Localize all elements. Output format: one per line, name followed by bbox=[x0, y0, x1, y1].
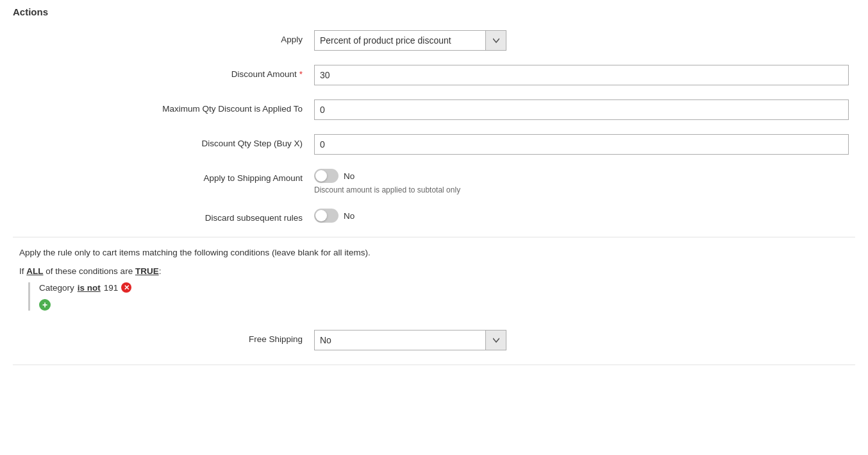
apply-to-shipping-label: Apply to Shipping Amount bbox=[19, 169, 314, 183]
discount-amount-field bbox=[314, 65, 849, 85]
discard-subsequent-field: No bbox=[314, 209, 849, 223]
max-qty-field bbox=[314, 99, 849, 120]
apply-select[interactable]: Percent of product price discount bbox=[314, 30, 506, 51]
max-qty-input[interactable] bbox=[314, 99, 849, 120]
all-label[interactable]: ALL bbox=[26, 266, 43, 276]
apply-to-shipping-toggle[interactable] bbox=[314, 169, 338, 183]
condition-category: Category bbox=[39, 283, 74, 293]
free-shipping-select[interactable]: No bbox=[314, 330, 506, 350]
discount-qty-step-label: Discount Qty Step (Buy X) bbox=[19, 134, 314, 148]
required-marker: * bbox=[299, 69, 303, 79]
true-label[interactable]: TRUE bbox=[135, 266, 159, 276]
toggle-knob-2 bbox=[315, 210, 327, 221]
bottom-divider bbox=[13, 365, 855, 365]
condition-value: 191 bbox=[104, 283, 119, 293]
apply-row: Apply Percent of product price discount bbox=[13, 30, 855, 51]
free-shipping-field: No bbox=[314, 330, 849, 350]
discard-subsequent-label: Discard subsequent rules bbox=[19, 209, 314, 223]
discount-amount-label: Discount Amount* bbox=[19, 65, 314, 79]
conditions-if-row: If ALL of these conditions are TRUE: bbox=[19, 266, 849, 276]
conditions-section: Apply the rule only to cart items matchi… bbox=[13, 248, 855, 311]
condition-block: Category is not 191 ✕ + bbox=[28, 282, 849, 311]
remove-condition-icon[interactable]: ✕ bbox=[121, 282, 131, 293]
free-shipping-row: Free Shipping No bbox=[13, 330, 855, 350]
discount-qty-step-field bbox=[314, 134, 849, 155]
toggle-knob bbox=[315, 170, 327, 182]
section-divider bbox=[13, 237, 855, 237]
discount-qty-step-input[interactable] bbox=[314, 134, 849, 155]
apply-to-shipping-field: No Discount amount is applied to subtota… bbox=[314, 169, 849, 194]
discard-subsequent-toggle[interactable] bbox=[314, 209, 338, 223]
add-condition-icon[interactable]: + bbox=[39, 299, 51, 311]
colon: : bbox=[159, 266, 162, 276]
condition-item: Category is not 191 ✕ bbox=[39, 282, 849, 293]
chevron-down-icon bbox=[493, 37, 499, 44]
discount-amount-input[interactable] bbox=[314, 65, 849, 85]
apply-to-shipping-hint: Discount amount is applied to subtotal o… bbox=[314, 185, 849, 194]
apply-to-shipping-toggle-row: No bbox=[314, 169, 849, 183]
add-condition-row: + bbox=[39, 299, 849, 311]
actions-section: Actions Apply Percent of product price d… bbox=[0, 0, 868, 378]
apply-select-value: Percent of product price discount bbox=[315, 35, 485, 46]
free-shipping-label: Free Shipping bbox=[19, 330, 314, 344]
discount-qty-step-row: Discount Qty Step (Buy X) bbox=[13, 134, 855, 155]
if-label: If bbox=[19, 266, 24, 276]
discard-subsequent-toggle-label: No bbox=[344, 211, 355, 221]
free-shipping-select-value: No bbox=[315, 335, 485, 345]
apply-label: Apply bbox=[19, 30, 314, 44]
conditions-statement: Apply the rule only to cart items matchi… bbox=[19, 248, 849, 257]
discard-subsequent-row: Discard subsequent rules No bbox=[13, 209, 855, 223]
of-these-label: of these conditions are bbox=[46, 266, 133, 276]
apply-to-shipping-row: Apply to Shipping Amount No Discount amo… bbox=[13, 169, 855, 194]
chevron-down-icon-2 bbox=[493, 337, 499, 343]
section-title: Actions bbox=[13, 6, 855, 17]
max-qty-row: Maximum Qty Discount is Applied To bbox=[13, 99, 855, 120]
apply-to-shipping-toggle-label: No bbox=[344, 171, 355, 181]
apply-dropdown-button[interactable] bbox=[485, 31, 506, 50]
discard-subsequent-toggle-row: No bbox=[314, 209, 849, 223]
free-shipping-dropdown-button[interactable] bbox=[485, 331, 506, 350]
discount-amount-row: Discount Amount* bbox=[13, 65, 855, 85]
condition-operator[interactable]: is not bbox=[78, 283, 101, 293]
apply-field: Percent of product price discount bbox=[314, 30, 849, 51]
max-qty-label: Maximum Qty Discount is Applied To bbox=[19, 99, 314, 114]
